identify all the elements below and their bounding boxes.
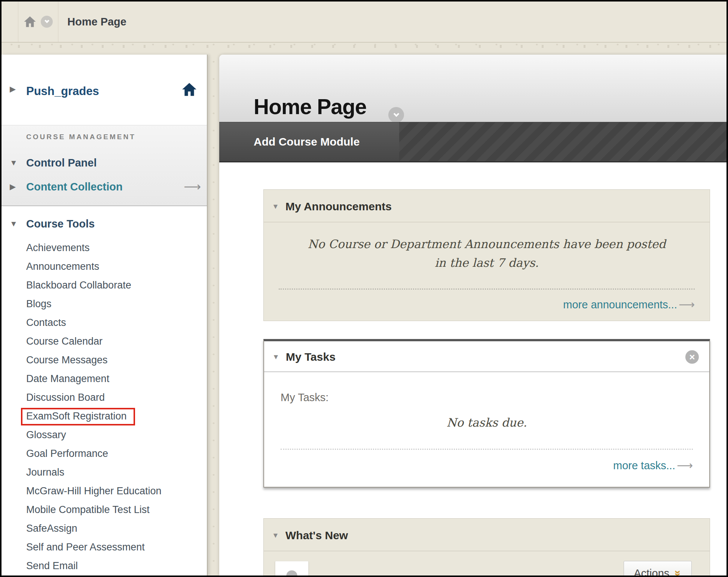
sidebar: ▶ Push_grades COURSE MANAGEMENT ▼ Contro… [1,55,208,576]
sidebar-item-content-collection[interactable]: ▶ Content Collection ⟶ [1,175,207,199]
whats-new-title: What's New [285,529,348,542]
expand-triangle-icon[interactable]: ▶ [10,182,22,191]
my-announcements-footer: more announcements...⟶ [279,288,695,321]
sidebar-tool-item[interactable]: Contacts [26,313,207,332]
my-tasks-header: ▼ My Tasks × [264,341,709,372]
course-menu-row: ▶ Push_grades [1,55,207,111]
arrow-right-icon: ⟶ [677,459,693,471]
my-tasks-title: My Tasks [286,351,336,363]
control-panel-link[interactable]: Control Panel [26,157,97,169]
sidebar-item-course-tools[interactable]: ▼ Course Tools [1,211,207,236]
sidebar-tool-item[interactable]: ExamSoft Registration [26,407,207,425]
sidebar-tool-item[interactable]: Blackboard Collaborate [26,276,207,294]
announcements-empty-message: No Course or Department Announcements ha… [303,235,670,272]
course-home-icon[interactable] [181,82,197,98]
person-icon [279,566,305,576]
sidebar-tool-item[interactable]: Date Management [26,369,207,388]
content-collection-link[interactable]: Content Collection [26,181,123,193]
sidebar-tool-item[interactable]: McGraw-Hill Higher Education [26,482,207,500]
sidebar-tool-item[interactable]: Blogs [26,294,207,313]
arrow-right-icon[interactable]: ⟶ [184,180,201,194]
sidebar-tool-item[interactable]: Goal Performance [26,444,207,463]
course-title-link[interactable]: Push_grades [26,85,99,98]
sidebar-tool-item[interactable]: Glossary [26,425,207,444]
home-icon[interactable] [24,16,36,28]
more-announcements-link[interactable]: more announcements... [563,299,677,311]
action-bar: Add Course Module [219,122,727,162]
more-tasks-link[interactable]: more tasks... [613,460,675,471]
chevron-down-icon[interactable] [41,16,53,28]
whats-new-body: Actions » [264,551,710,576]
sidebar-tool-item[interactable]: Course Calendar [26,332,207,351]
app-viewport: Home Page ▶ Push_grades COURSE MANAGEMEN… [1,1,727,576]
module-page-content: ▼ My Announcements No Course or Departme… [219,162,727,576]
collapse-triangle-icon[interactable]: ▼ [272,353,286,361]
sidebar-tool-item[interactable]: Course Messages [26,351,207,369]
my-tasks-label: My Tasks: [264,372,709,404]
sidebar-item-control-panel[interactable]: ▼ Control Panel [1,151,207,175]
sidebar-tool-item[interactable]: Announcements [26,257,207,276]
collapse-triangle-icon[interactable]: ▼ [10,158,22,167]
my-announcements-panel: ▼ My Announcements No Course or Departme… [263,189,710,321]
page-title: Home Page [254,94,366,120]
my-announcements-body: No Course or Department Announcements ha… [264,222,710,272]
texture-strip [1,45,727,48]
sidebar-tool-item[interactable]: Achievements [26,238,207,257]
sidebar-tool-item[interactable]: Self and Peer Assessment [26,538,207,556]
screenshot-frame: Home Page ▶ Push_grades COURSE MANAGEMEN… [0,0,728,577]
my-tasks-footer: more tasks...⟶ [264,450,709,487]
page-title-menu-icon[interactable] [388,107,404,123]
sidebar-tool-item[interactable]: SafeAssign [26,519,207,538]
course-management-label: COURSE MANAGEMENT [1,133,207,141]
main-content: Home Page Add Course Module ▼ My Announc… [219,55,727,576]
course-tools-list: AchievementsAnnouncementsBlackboard Coll… [1,238,207,575]
close-icon[interactable]: × [685,350,699,364]
collapse-triangle-icon[interactable]: ▼ [272,531,285,540]
double-chevron-down-icon: » [673,570,684,576]
top-bar: Home Page [1,1,727,43]
user-avatar [275,561,309,576]
whats-new-panel: ▼ What's New Actions » [263,518,710,576]
my-tasks-panel: ▼ My Tasks × My Tasks: No tasks due. mor… [263,339,710,488]
arrow-right-icon: ⟶ [679,298,695,311]
course-management-section: COURSE MANAGEMENT ▼ Control Panel ▶ Cont… [1,125,207,206]
my-announcements-title: My Announcements [285,200,392,213]
sidebar-tool-item[interactable]: Send Email [26,556,207,575]
sidebar-tool-item[interactable]: Journals [26,463,207,482]
breadcrumb[interactable]: Home Page [67,1,126,42]
breadcrumb-home-group [18,1,58,42]
sidebar-tool-item[interactable]: Mobile Compatible Test List [26,500,207,519]
course-tools-link[interactable]: Course Tools [26,218,95,230]
whats-new-header: ▼ What's New [264,519,710,551]
collapse-triangle-icon[interactable]: ▼ [272,202,285,211]
page-header: Home Page [219,55,727,122]
add-course-module-button[interactable]: Add Course Module [219,122,399,161]
my-announcements-header: ▼ My Announcements [264,190,710,222]
tasks-empty-message: No tasks due. [264,413,709,432]
collapse-triangle-icon[interactable]: ▼ [10,219,22,228]
sidebar-tool-item[interactable]: Discussion Board [26,388,207,407]
actions-button[interactable]: Actions » [624,561,692,576]
expand-arrow-icon[interactable]: ▶ [10,85,22,94]
actions-button-label: Actions [634,567,669,576]
